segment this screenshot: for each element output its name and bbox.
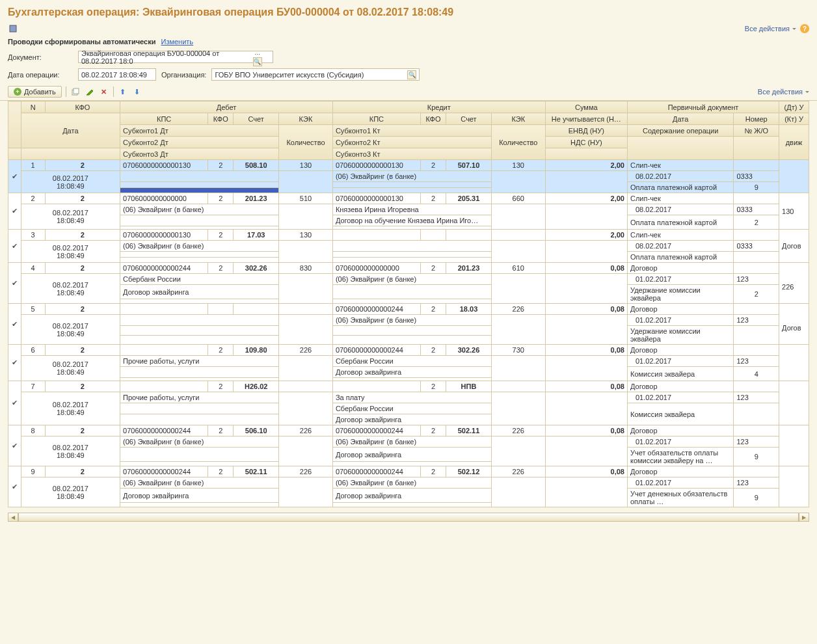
- table-row[interactable]: 08.02.201718:08:49 Сбербанк России (06) …: [8, 274, 809, 285]
- table-row[interactable]: 08.02.201718:08:49 (06) Эквайринг (в бан…: [8, 204, 809, 215]
- col-sub2k[interactable]: Субконто2 Кт: [332, 137, 491, 148]
- postings-table[interactable]: N КФО Дебет Кредит Сумма Первичный докум…: [8, 101, 809, 507]
- table-row[interactable]: ✔ 2 2 0706000000000000 2 201.23 510 0706…: [8, 193, 809, 204]
- check-cell[interactable]: ✔: [8, 381, 21, 425]
- col-debit[interactable]: Дебет: [120, 101, 333, 113]
- col-kt[interactable]: (Кт) У: [779, 113, 809, 125]
- col-notake[interactable]: Не учитывается (Н…: [545, 113, 627, 125]
- col-number[interactable]: Номер: [734, 113, 779, 125]
- date-field[interactable]: 08.02.2017 18:08:49: [78, 68, 156, 81]
- cell-kqty: [491, 356, 545, 381]
- col-dt[interactable]: (Дт) У: [779, 101, 809, 113]
- col-primary[interactable]: Первичный документ: [628, 101, 779, 113]
- col-sub3d[interactable]: Субконто3 Дт: [120, 148, 279, 160]
- col-sum[interactable]: Сумма: [545, 101, 627, 113]
- doc-field[interactable]: Эквайринговая операция БУ00-000004 от 08…: [78, 51, 273, 63]
- cell-ks3: [332, 335, 491, 345]
- col-date2[interactable]: Дата: [628, 113, 734, 125]
- table-row[interactable]: ✔ 4 2 07060000000000244 2 302.26 830 070…: [8, 263, 809, 274]
- col-move[interactable]: движ: [779, 125, 809, 160]
- table-row[interactable]: 08.02.201718:08:49 (06) Эквайринг (в бан…: [8, 436, 809, 448]
- col-content[interactable]: Содержание операции: [628, 125, 734, 137]
- move-down-icon[interactable]: ⬇: [132, 87, 142, 97]
- table-row[interactable]: 08.02.201718:08:49 Прочие работы, услуги…: [8, 356, 809, 367]
- table-row[interactable]: ✔ 9 2 07060000000000244 2 502.11 226 070…: [8, 466, 809, 477]
- col-sub3k[interactable]: Субконто3 Кт: [332, 148, 491, 160]
- col-kek-d[interactable]: КЭК: [279, 113, 333, 125]
- col-kps-d[interactable]: КПС: [120, 113, 208, 125]
- ellipsis-icon[interactable]: …: [253, 48, 262, 57]
- table-row[interactable]: 08.02.201718:08:49 (06) Эквайринг (в бан…: [8, 315, 809, 326]
- col-acct-d[interactable]: Счет: [234, 113, 279, 125]
- search-icon[interactable]: 🔍: [253, 57, 262, 66]
- table-row[interactable]: ✔ 7 2 2 Н26.02 2 НПВ 0,08 Договор: [8, 381, 809, 392]
- table-row[interactable]: Оплата платежной картой: [8, 252, 809, 258]
- check-cell[interactable]: ✔: [8, 230, 21, 263]
- check-cell[interactable]: ✔: [8, 425, 21, 466]
- table-row[interactable]: Договор на обучение Князева Ирина Иго… О…: [8, 215, 809, 226]
- check-cell[interactable]: ✔: [8, 466, 21, 507]
- check-cell[interactable]: ✔: [8, 263, 21, 304]
- check-cell[interactable]: ✔: [8, 345, 21, 381]
- col-jo[interactable]: № Ж/О: [734, 125, 779, 137]
- table-row[interactable]: Удержание комиссии эквайера: [8, 326, 809, 336]
- col-kfo[interactable]: КФО: [45, 101, 120, 113]
- org-field[interactable]: ГОБУ ВПО Университет искусств (Субсидия)…: [211, 68, 420, 81]
- col-nds[interactable]: НДС (НУ): [545, 137, 627, 148]
- table-row[interactable]: 08.02.201718:08:49 (06) Эквайринг (в бан…: [8, 477, 809, 489]
- col-kfo-d[interactable]: КФО: [208, 113, 234, 125]
- cell-kkps: 07060000000000244: [332, 425, 420, 436]
- table-row[interactable]: ✔ 3 2 07060000000000130 2 17.03 130 2,00…: [8, 230, 809, 241]
- col-date[interactable]: Дата: [21, 113, 120, 148]
- search-icon[interactable]: 🔍: [407, 70, 416, 79]
- check-cell[interactable]: ✔: [8, 160, 21, 193]
- col-check[interactable]: [8, 101, 21, 148]
- table-row[interactable]: Договор эквайринга Удержание комиссии эк…: [8, 285, 809, 299]
- col-kfo-k[interactable]: КФО: [420, 113, 446, 125]
- col-credit[interactable]: Кредит: [332, 101, 545, 113]
- table-row[interactable]: Договор эквайринга Договор эквайринга Уч…: [8, 489, 809, 503]
- check-cell[interactable]: ✔: [8, 193, 21, 230]
- table-row[interactable]: 08.02.201718:08:49 Прочие работы, услуги…: [8, 392, 809, 403]
- col-sub1k[interactable]: Субконто1 Кт: [332, 125, 491, 137]
- move-up-icon[interactable]: ⬆: [118, 87, 128, 97]
- delete-icon[interactable]: ✕: [99, 87, 109, 97]
- table-row[interactable]: Договор эквайринга Учет обязательств опл…: [8, 448, 809, 462]
- scroll-right-icon[interactable]: ▶: [799, 513, 809, 522]
- col-kek-k[interactable]: КЭК: [491, 113, 545, 125]
- table-row[interactable]: 08.02.201718:08:49 (06) Эквайринг (в бан…: [8, 241, 809, 252]
- table-row[interactable]: Сбербанк России Комиссия эквайера: [8, 403, 809, 414]
- cell-dkek: 226: [279, 345, 333, 356]
- cell-content: Оплата платежной картой: [628, 215, 734, 230]
- table-row[interactable]: ✔ 6 2 2 109.80 226 07060000000000244 2 3…: [8, 345, 809, 356]
- table-row[interactable]: Оплата платежной картой 9: [8, 182, 809, 188]
- cell-docnum: 123: [734, 477, 779, 489]
- table-row[interactable]: 08.02.201718:08:49 (06) Эквайринг (в бан…: [8, 171, 809, 182]
- all-actions-menu[interactable]: Все действия: [758, 88, 809, 96]
- col-qty-d[interactable]: Количество: [279, 125, 333, 160]
- col-acct-k[interactable]: Счет: [446, 113, 492, 125]
- table-row[interactable]: Договор эквайринга Комиссия эквайера 4: [8, 367, 809, 378]
- add-button[interactable]: + Добавить: [8, 86, 62, 98]
- all-actions-menu[interactable]: Все действия: [745, 25, 796, 33]
- col-qty-k[interactable]: Количество: [491, 125, 545, 160]
- help-icon[interactable]: ?: [800, 24, 809, 33]
- col-sub1d[interactable]: Субконто1 Дт: [120, 125, 279, 137]
- table-row[interactable]: ✔ 1 2 07060000000000130 2 508.10 130 070…: [8, 160, 809, 171]
- scrollbar-horizontal[interactable]: [18, 513, 799, 522]
- edit-icon[interactable]: [85, 87, 95, 97]
- copy-icon[interactable]: [70, 87, 81, 97]
- col-n[interactable]: N: [21, 101, 45, 113]
- cell-date: 08.02.201718:08:49: [21, 477, 120, 507]
- cell-kkek: 660: [491, 193, 545, 204]
- col-envd[interactable]: ЕНВД (НУ): [545, 125, 627, 137]
- table-row[interactable]: ✔ 5 2 07060000000000244 2 18.03 226 0,08…: [8, 304, 809, 315]
- table-row[interactable]: ✔ 8 2 07060000000000244 2 506.10 226 070…: [8, 425, 809, 436]
- change-link[interactable]: Изменить: [161, 38, 193, 46]
- check-cell[interactable]: ✔: [8, 304, 21, 345]
- cell-ds2: [120, 182, 279, 188]
- col-sub2d[interactable]: Субконто2 Дт: [120, 137, 279, 148]
- scroll-left-icon[interactable]: ◀: [8, 513, 18, 522]
- cell-jo: 2: [734, 215, 779, 230]
- col-kps-k[interactable]: КПС: [332, 113, 420, 125]
